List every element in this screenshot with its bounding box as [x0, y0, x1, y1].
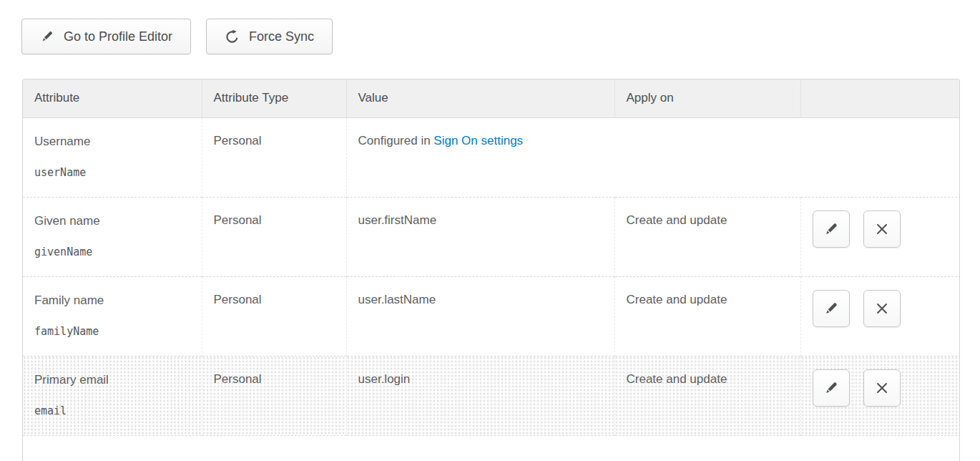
apply-on-cell: Create and update	[614, 197, 800, 276]
table-row-partial	[23, 435, 960, 461]
x-icon	[874, 221, 890, 237]
attribute-mappings-page: Go to Profile Editor Force Sync Att	[0, 0, 980, 461]
attribute-cell: Primary email email	[23, 356, 202, 435]
attribute-cell: Username userName	[23, 117, 202, 197]
table-header: Attribute Attribute Type Value Apply on	[23, 79, 960, 117]
x-icon	[874, 380, 890, 396]
edit-attribute-button[interactable]	[813, 290, 850, 327]
attribute-label: Username	[34, 134, 190, 150]
force-sync-button[interactable]: Force Sync	[206, 19, 333, 54]
header-apply-on: Apply on	[614, 79, 800, 117]
sign-on-settings-link[interactable]: Sign On settings	[433, 134, 523, 147]
toolbar: Go to Profile Editor Force Sync	[21, 19, 333, 54]
force-sync-label: Force Sync	[249, 29, 314, 44]
attribute-variable: givenName	[34, 246, 190, 258]
attribute-variable: familyName	[34, 325, 190, 338]
attribute-type-cell: Personal	[202, 117, 346, 197]
delete-attribute-button[interactable]	[863, 369, 901, 407]
header-attribute: Attribute	[23, 79, 202, 117]
attribute-label: Primary email	[34, 372, 190, 388]
delete-attribute-button[interactable]	[863, 290, 901, 327]
table-row-primary-email: Primary email email Personal user.login …	[23, 356, 960, 435]
pencil-icon	[823, 221, 839, 237]
header-value: Value	[346, 79, 614, 117]
partial-row-cell	[23, 435, 960, 461]
attribute-cell: Family name familyName	[23, 276, 202, 356]
attribute-type-cell: Personal	[202, 197, 346, 276]
value-cell: user.firstName	[346, 197, 614, 276]
edit-attribute-button[interactable]	[813, 210, 850, 248]
actions-cell	[800, 356, 960, 435]
delete-attribute-button[interactable]	[863, 210, 901, 248]
attribute-type-cell: Personal	[202, 356, 346, 435]
value-cell: user.lastName	[346, 276, 614, 356]
refresh-icon	[225, 29, 240, 44]
value-prefix: Configured in	[358, 134, 434, 147]
attribute-mappings-table: Attribute Attribute Type Value Apply on …	[22, 79, 960, 461]
value-cell: Configured in Sign On settings	[346, 117, 960, 197]
value-cell: user.login	[346, 356, 614, 435]
pencil-icon	[823, 380, 839, 396]
go-to-profile-editor-button[interactable]: Go to Profile Editor	[21, 19, 191, 54]
header-actions	[800, 79, 960, 117]
apply-on-cell: Create and update	[614, 356, 800, 435]
pencil-icon	[40, 29, 54, 44]
apply-on-cell: Create and update	[614, 276, 800, 356]
table-row-given-name: Given name givenName Personal user.first…	[23, 197, 960, 276]
attribute-label: Family name	[34, 293, 190, 309]
attribute-type-cell: Personal	[202, 276, 346, 356]
attribute-variable: email	[34, 404, 190, 417]
attribute-cell: Given name givenName	[23, 197, 202, 276]
pencil-icon	[823, 301, 839, 316]
attribute-label: Given name	[34, 213, 190, 229]
go-to-profile-editor-label: Go to Profile Editor	[64, 29, 172, 44]
actions-cell	[800, 197, 960, 276]
table-row-username: Username userName Personal Configured in…	[23, 117, 960, 197]
x-icon	[874, 301, 890, 316]
actions-cell	[800, 276, 960, 356]
attribute-variable: userName	[34, 166, 190, 179]
edit-attribute-button[interactable]	[813, 369, 850, 407]
header-attribute-type: Attribute Type	[202, 79, 346, 117]
table-row-family-name: Family name familyName Personal user.las…	[23, 276, 960, 356]
